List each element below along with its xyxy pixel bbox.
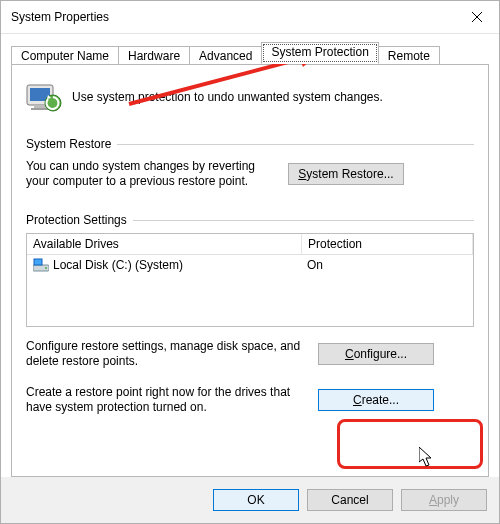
tab-page: Use system protection to undo unwanted s… — [11, 64, 489, 477]
create-text: Create a restore point right now for the… — [26, 385, 306, 415]
window-title: System Properties — [11, 10, 109, 24]
protection-cell: On — [301, 256, 473, 274]
configure-text: Configure restore settings, manage disk … — [26, 339, 306, 369]
system-properties-dialog: System Properties Computer Name Hardware… — [0, 0, 500, 524]
system-restore-legend: System Restore — [26, 137, 474, 151]
ok-button[interactable]: OK — [213, 489, 299, 511]
tab-strip: Computer Name Hardware Advanced System P… — [11, 42, 489, 64]
configure-row: Configure restore settings, manage disk … — [26, 339, 474, 369]
cancel-button[interactable]: Cancel — [307, 489, 393, 511]
svg-rect-4 — [34, 106, 46, 108]
apply-button[interactable]: Apply — [401, 489, 487, 511]
system-restore-button[interactable]: System Restore... — [288, 163, 404, 185]
dialog-footer: OK Cancel Apply — [1, 477, 499, 523]
drive-icon — [33, 258, 49, 272]
tab-computer-name[interactable]: Computer Name — [11, 46, 119, 65]
close-icon — [472, 12, 482, 22]
tab-hardware[interactable]: Hardware — [118, 46, 190, 65]
close-button[interactable] — [455, 1, 499, 33]
intro-text: Use system protection to undo unwanted s… — [72, 90, 383, 104]
tab-system-protection[interactable]: System Protection — [261, 42, 378, 64]
protection-settings-legend: Protection Settings — [26, 213, 474, 227]
create-row: Create a restore point right now for the… — [26, 385, 474, 415]
col-available-drives: Available Drives — [27, 234, 302, 254]
table-header: Available Drives Protection — [27, 234, 473, 255]
system-restore-row: You can undo system changes by reverting… — [26, 159, 474, 189]
drives-table[interactable]: Available Drives Protection Local Disk (… — [26, 233, 474, 327]
system-protection-icon — [26, 79, 62, 115]
svg-rect-5 — [31, 108, 49, 110]
titlebar: System Properties — [1, 1, 499, 34]
configure-button[interactable]: Configure... — [318, 343, 434, 365]
tab-remote[interactable]: Remote — [378, 46, 440, 65]
col-protection: Protection — [302, 234, 473, 254]
svg-point-8 — [45, 267, 47, 269]
table-row[interactable]: Local Disk (C:) (System) On — [27, 255, 473, 275]
create-button[interactable]: Create... — [318, 389, 434, 411]
tab-advanced[interactable]: Advanced — [189, 46, 262, 65]
drive-cell: Local Disk (C:) (System) — [27, 256, 301, 274]
client-area: Computer Name Hardware Advanced System P… — [1, 34, 499, 477]
intro-row: Use system protection to undo unwanted s… — [26, 79, 474, 115]
svg-rect-9 — [34, 259, 42, 265]
system-restore-text: You can undo system changes by reverting… — [26, 159, 276, 189]
